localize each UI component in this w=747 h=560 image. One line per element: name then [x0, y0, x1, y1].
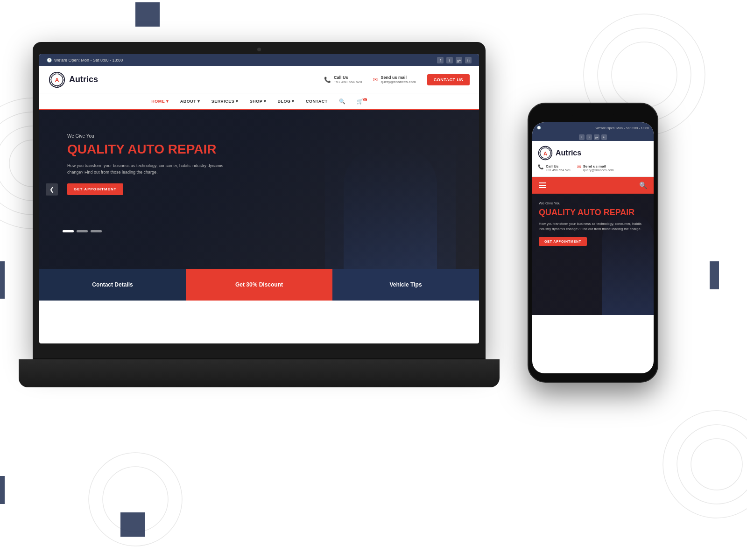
- svg-point-7: [663, 411, 747, 518]
- laptop-hero-section: ❮ We Give You QUALITY AUTO REPAIR How yo…: [39, 110, 479, 269]
- topbar-hours-text: We'are Open: Mon - Sat 8:00 - 18:00: [54, 58, 123, 63]
- phone-logo-text: Autrics: [556, 149, 581, 157]
- header-mail-text: Send us mail query@finances.com: [381, 75, 416, 84]
- laptop-screen: 🕐 We'are Open: Mon - Sat 8:00 - 18:00 f …: [39, 54, 479, 343]
- clock-icon: 🕐: [47, 58, 52, 63]
- banner-vehicle-tips[interactable]: Vehicle Tips: [332, 269, 479, 301]
- facebook-icon[interactable]: f: [437, 57, 444, 63]
- phone-hero-content: We Give You QUALITY AUTO REPAIR How you …: [539, 201, 647, 246]
- hamburger-line-2: [539, 185, 546, 186]
- laptop-camera: [257, 48, 261, 51]
- nav-item-blog[interactable]: BLOG ▾: [277, 99, 295, 104]
- phone-hero-description: How you transform your business as techn…: [539, 221, 647, 232]
- phone-body: 🕐 We'are Open: Mon - Sat 8:00 - 18:00 f …: [528, 103, 658, 383]
- hero-prev-button[interactable]: ❮: [46, 183, 58, 196]
- banner-contact-details[interactable]: Contact Details: [39, 269, 186, 301]
- phone-hero-title-plain: QUALITY: [539, 208, 576, 217]
- phone-notch: [572, 110, 614, 119]
- hamburger-menu-icon[interactable]: [539, 182, 546, 188]
- logo-group: A Autrics: [49, 71, 98, 88]
- bottom-banners: Contact Details Get 30% Discount Vehicle…: [39, 269, 479, 301]
- phone-hero-section: We Give You QUALITY AUTO REPAIR How you …: [532, 194, 654, 315]
- nav-item-home[interactable]: HOME ▾: [151, 99, 169, 104]
- phone-mockup: 🕐 We'are Open: Mon - Sat 8:00 - 18:00 f …: [528, 103, 658, 383]
- svg-text:A: A: [55, 77, 59, 84]
- phone-mail-address: query@finances.com: [583, 168, 614, 172]
- phone-mail-label: Send us mail: [583, 164, 614, 168]
- phone-mail-icon: ✉: [577, 164, 581, 169]
- phone-call-text: Call Us +91 458 654 528: [546, 164, 571, 172]
- phone-contact-row: 📞 Call Us +91 458 654 528 ✉ Send us mail…: [538, 164, 648, 172]
- phone-hero-subtitle: We Give You: [539, 201, 647, 205]
- banner-discount[interactable]: Get 30% Discount: [186, 269, 332, 301]
- nav-item-contact[interactable]: CONTACT: [306, 99, 328, 104]
- deco-rect-left: [0, 261, 5, 299]
- phone-social-row: f t g+ in: [532, 133, 654, 141]
- call-number: +91 458 654 528: [334, 80, 362, 84]
- phone-hours-text: We'are Open: Mon - Sat 8:00 - 18:00: [596, 126, 649, 130]
- phone-topbar: 🕐 We'are Open: Mon - Sat 8:00 - 18:00: [532, 122, 654, 133]
- phone-nav: 🔍: [532, 177, 654, 194]
- deco-rect-right: [710, 261, 719, 289]
- phone-facebook-icon[interactable]: f: [579, 134, 585, 140]
- header-right-group: 📞 Call Us +91 458 654 528 ✉ Send us mail…: [324, 74, 470, 85]
- topbar-social-icons: f t g+ in: [437, 57, 472, 63]
- phone-hero-title-colored: AUTO REPAIR: [578, 208, 634, 217]
- mail-address: query@finances.com: [381, 80, 416, 84]
- slider-dot-1[interactable]: [63, 230, 74, 232]
- nav-item-about[interactable]: ABOUT ▾: [180, 99, 200, 104]
- googleplus-icon[interactable]: g+: [456, 57, 462, 63]
- phone-search-icon[interactable]: 🔍: [639, 182, 647, 189]
- nav-item-services[interactable]: SERVICES ▾: [211, 99, 239, 104]
- phone-twitter-icon[interactable]: t: [586, 134, 592, 140]
- laptop-mockup: 🕐 We'are Open: Mon - Sat 8:00 - 18:00 f …: [33, 42, 486, 387]
- deco-rect-top: [135, 2, 160, 27]
- logo-text: Autrics: [69, 75, 98, 84]
- laptop-site-header: A Autrics 📞 Call Us +91 458 654 528: [39, 66, 479, 93]
- hero-subtitle: We Give You: [67, 133, 226, 139]
- search-icon[interactable]: 🔍: [339, 98, 345, 105]
- deco-rect-bottom: [120, 512, 145, 537]
- get-appointment-button[interactable]: GET APPOINTMENT: [67, 183, 123, 195]
- hamburger-line-3: [539, 187, 546, 188]
- header-mail-group: ✉ Send us mail query@finances.com: [373, 75, 416, 84]
- phone-screen: 🕐 We'are Open: Mon - Sat 8:00 - 18:00 f …: [532, 122, 654, 373]
- phone-get-appointment-button[interactable]: GET APPOINTMENT: [539, 237, 587, 246]
- phone-logo-icon: A: [538, 146, 553, 161]
- phone-linkedin-icon[interactable]: in: [601, 134, 607, 140]
- mail-label: Send us mail: [381, 75, 416, 80]
- phone-call-group: 📞 Call Us +91 458 654 528: [538, 164, 571, 172]
- slider-dot-2[interactable]: [77, 230, 88, 232]
- phone-logo-group: A Autrics: [538, 146, 648, 161]
- phone-header: A Autrics 📞 Call Us +91 458 654 528: [532, 141, 654, 177]
- slider-dot-3[interactable]: [91, 230, 102, 232]
- phone-call-label: Call Us: [546, 164, 571, 168]
- linkedin-icon[interactable]: in: [465, 57, 472, 63]
- hero-title-colored: AUTO REPAIR: [127, 142, 216, 156]
- phone-mail-text: Send us mail query@finances.com: [583, 164, 614, 172]
- laptop-base: [19, 359, 500, 387]
- laptop-site-topbar: 🕐 We'are Open: Mon - Sat 8:00 - 18:00 f …: [39, 54, 479, 66]
- hero-content: We Give You QUALITY AUTO REPAIR How you …: [67, 133, 226, 195]
- svg-point-9: [691, 439, 742, 490]
- phone-call-number: +91 458 654 528: [546, 168, 571, 172]
- phone-googleplus-icon[interactable]: g+: [594, 134, 599, 140]
- deco-circle-bottom-right: [658, 406, 747, 523]
- cart-icon[interactable]: 🛒0: [357, 98, 367, 105]
- phone-clock-icon: 🕐: [537, 126, 541, 130]
- hamburger-line-1: [539, 182, 546, 183]
- laptop-body: 🕐 We'are Open: Mon - Sat 8:00 - 18:00 f …: [33, 42, 486, 359]
- laptop-site-nav: HOME ▾ ABOUT ▾ SERVICES ▾ SHOP ▾ BLOG ▾ …: [39, 93, 479, 110]
- deco-rect-left2: [0, 476, 5, 504]
- svg-point-6: [612, 42, 677, 107]
- svg-point-8: [677, 425, 747, 504]
- contact-us-button[interactable]: CONTACT US: [427, 74, 470, 85]
- header-call-text: Call Us +91 458 654 528: [334, 75, 362, 84]
- svg-text:A: A: [543, 151, 547, 156]
- header-call-group: 📞 Call Us +91 458 654 528: [324, 75, 362, 84]
- phone-phone-icon: 📞: [538, 164, 543, 169]
- nav-item-shop[interactable]: SHOP ▾: [250, 99, 267, 104]
- mail-icon: ✉: [373, 77, 378, 83]
- twitter-icon[interactable]: t: [446, 57, 453, 63]
- phone-mail-group: ✉ Send us mail query@finances.com: [577, 164, 614, 172]
